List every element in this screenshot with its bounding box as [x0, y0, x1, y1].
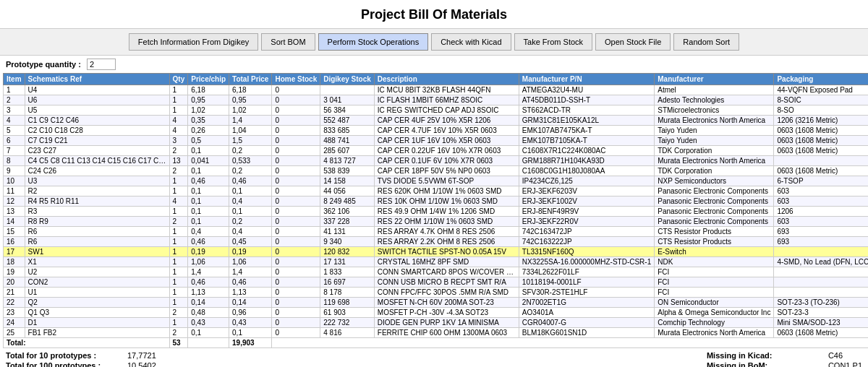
total-100-value: 10,5402 [127, 361, 156, 367]
page-title: Project Bill Of Materials [0, 0, 868, 28]
table-row: 21U111,131,1308 178CONN FPC/FFC 30POS .5… [4, 288, 869, 298]
col-header-home-stock: Home Stock [272, 74, 320, 85]
col-header-digikey-stock: Digikey Stock [320, 74, 375, 85]
table-header: ItemSchematics RefQtyPrice/chipTotal Pri… [4, 74, 869, 85]
table-row: 19U211,41,401 833CONN SMARTCARD 8POS W/C… [4, 267, 869, 277]
col-header-manufacturer-p/n: Manufacturer P/N [519, 74, 654, 85]
table-row: 4C1 C9 C12 C4640,351,40552 487CAP CER 4U… [4, 116, 869, 126]
toolbar-btn-sort-bom[interactable]: Sort BOM [261, 33, 315, 51]
table-row: 22Q210,140,140119 698MOSFET N-CH 60V 200… [4, 298, 869, 308]
toolbar: Fetch Information From DigikeySort BOMPe… [0, 28, 868, 56]
table-row: 6C7 C19 C2130,51,50488 741CAP CER 1UF 16… [4, 136, 869, 146]
col-header-item: Item [4, 74, 25, 85]
col-header-manufacturer: Manufacturer [655, 74, 774, 85]
table-row: 20CON210,460,46016 697CONN USB MICRO B R… [4, 277, 869, 288]
total-label: Total: [4, 338, 170, 348]
table-row: 10U310,460,46014 158TVS DIODE 5.5VWM 6T-… [4, 176, 869, 186]
table-row: 15R610,40,4041 131RES ARRAY 4.7K OHM 8 R… [4, 227, 869, 237]
total-qty: 53 [169, 338, 188, 348]
prototype-input[interactable] [87, 59, 116, 70]
missing-kicad-value: C46 [828, 351, 843, 360]
table-row: 3U511,021,02056 384IC REG SWITCHED CAP A… [4, 105, 869, 116]
table-row: 18X111,061,06017 131CRYSTAL 16MHZ 8PF SM… [4, 257, 869, 267]
total-100-row: Total for 100 prototypes : 10,5402 [6, 361, 156, 367]
table-row: 12R4 R5 R10 R1140,10,408 249 485RES 10K … [4, 197, 869, 207]
toolbar-btn-random-sort[interactable]: Random Sort [673, 33, 739, 51]
col-header-packaging: Packaging [774, 74, 868, 85]
missing-bom-row: Missing in BoM: CON1 P1 [707, 361, 862, 367]
col-header-price/chip: Price/chip [188, 74, 229, 85]
missing-kicad-label: Missing in Kicad: [707, 351, 822, 360]
table-row: 24D110,430,430222 732DIODE GEN PURP 1KV … [4, 318, 869, 328]
toolbar-btn-check-with-kicad[interactable]: Check with Kicad [431, 33, 511, 51]
toolbar-btn-fetch-information-from-digikey[interactable]: Fetch Information From Digikey [129, 33, 258, 51]
table-row: 17SW110,190,190120 832SWITCH TACTILE SPS… [4, 247, 869, 257]
table-body: 1U416,186,180IC MCU 8BIT 32KB FLASH 44QF… [4, 85, 869, 338]
toolbar-btn-perform-stock-operations[interactable]: Perform Stock Operations [318, 33, 429, 51]
totals-left: Total for 10 prototypes : 17,7721 Total … [6, 351, 156, 367]
col-header-schematics-ref: Schematics Ref [25, 74, 169, 85]
totals-section: Total for 10 prototypes : 17,7721 Total … [0, 348, 868, 367]
bom-table: ItemSchematics RefQtyPrice/chipTotal Pri… [3, 73, 868, 348]
total-10-label: Total for 10 prototypes : [6, 351, 122, 360]
missing-bom-value: CON1 P1 [828, 361, 862, 367]
table-row: 1U416,186,180IC MCU 8BIT 32KB FLASH 44QF… [4, 85, 869, 95]
missing-kicad-row: Missing in Kicad: C46 [707, 351, 862, 360]
total-price: 19,903 [229, 338, 272, 348]
table-row: 8C4 C5 C8 C11 C13 C14 C15 C16 C17 C20 C2… [4, 156, 869, 166]
toolbar-btn-open-stock-file[interactable]: Open Stock File [595, 33, 671, 51]
table-row: 16R610,460,4509 340RES ARRAY 2.2K OHM 8 … [4, 237, 869, 247]
prototype-bar: Prototype quantity : [0, 56, 868, 73]
table-footer: Total: 53 19,903 [4, 338, 869, 348]
table-row: 7C23 C2720,10,20285 607CAP CER 0.22UF 16… [4, 146, 869, 156]
missing-bom-label: Missing in BoM: [707, 361, 822, 367]
table-row: 14R8 R920,10,20337 228RES 22 OHM 1/10W 1… [4, 217, 869, 227]
col-header-description: Description [374, 74, 519, 85]
bom-table-wrapper: ItemSchematics RefQtyPrice/chipTotal Pri… [0, 73, 868, 348]
table-row: 5C2 C10 C18 C2840,261,040833 685CAP CER … [4, 126, 869, 136]
col-header-total-price: Total Price [229, 74, 272, 85]
table-row: 2U610,950,9503 041IC FLASH 1MBIT 66MHZ 8… [4, 95, 869, 105]
total-10-value: 17,7721 [127, 351, 156, 360]
total-100-label: Total for 100 prototypes : [6, 361, 122, 367]
table-row: 9C24 C2620,10,20538 839CAP CER 18PF 50V … [4, 166, 869, 176]
toolbar-btn-take-from-stock[interactable]: Take From Stock [514, 33, 593, 51]
col-header-qty: Qty [169, 74, 188, 85]
table-row: 23Q1 Q320,480,96061 903MOSFET P-CH -30V … [4, 308, 869, 318]
total-10-row: Total for 10 prototypes : 17,7721 [6, 351, 156, 360]
table-row: 13R310,10,10362 106RES 49.9 OHM 1/4W 1% … [4, 207, 869, 217]
table-row: 11R210,10,1044 056RES 620K OHM 1/10W 1% … [4, 186, 869, 197]
prototype-label: Prototype quantity : [6, 60, 81, 69]
table-row: 25FB1 FB220,10,104 816FERRITE CHIP 600 O… [4, 328, 869, 338]
totals-right: Missing in Kicad: C46 Missing in BoM: CO… [707, 351, 862, 367]
